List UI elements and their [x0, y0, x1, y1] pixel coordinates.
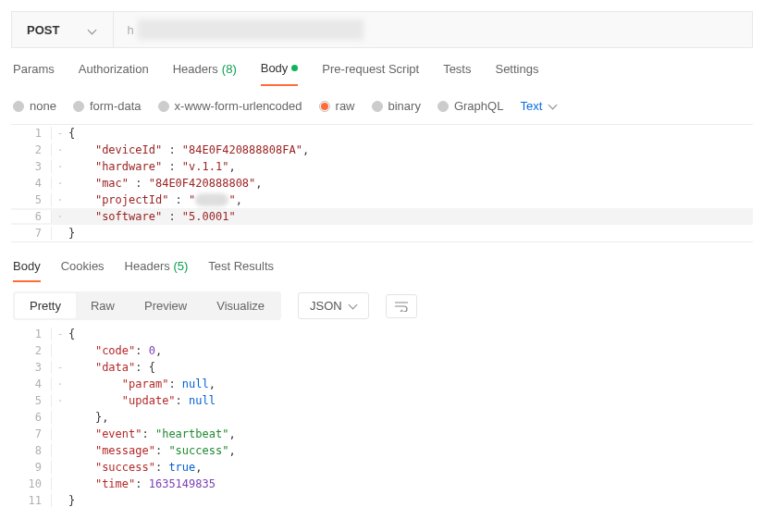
view-mode-group: Pretty Raw Preview Visualize — [13, 291, 281, 320]
code-text: } — [68, 227, 75, 240]
body-text-dropdown[interactable]: Text — [520, 99, 557, 113]
response-body-editor[interactable]: 1-{ 2 "code": 0, 3- "data": { 4· "param"… — [11, 326, 753, 509]
tab-prerequest[interactable]: Pre-request Script — [322, 61, 419, 86]
code-text: { — [68, 127, 75, 140]
response-tabs: Body Cookies Headers (5) Test Results — [0, 242, 764, 282]
fold-icon[interactable]: - — [52, 361, 68, 374]
code-text: " — [228, 193, 235, 206]
code-text: null — [182, 377, 209, 390]
url-text: h — [127, 23, 133, 37]
tab-headers-count: (8) — [222, 62, 237, 76]
code-text: "v.1.1" — [182, 160, 229, 173]
view-preview[interactable]: Preview — [129, 293, 202, 318]
radio-icon — [437, 101, 449, 112]
gutter: 6 — [11, 411, 52, 424]
radio-binary[interactable]: binary — [372, 99, 421, 113]
tab-body-label: Body — [261, 61, 289, 75]
gutter: 3 — [11, 361, 52, 374]
gutter: 6 — [11, 210, 52, 223]
gutter: 2 — [11, 143, 52, 156]
tab-headers-label: Headers — [173, 62, 218, 76]
fold-col: · — [52, 210, 68, 223]
fold-icon[interactable]: - — [52, 127, 68, 140]
radio-graphql-label: GraphQL — [454, 99, 503, 113]
radio-none[interactable]: none — [13, 99, 56, 113]
tab-body[interactable]: Body — [261, 61, 299, 86]
code-text: "success" — [95, 461, 155, 474]
view-visualize[interactable]: Visualize — [202, 293, 279, 318]
wrap-lines-button[interactable] — [386, 294, 417, 318]
fold-col: · — [52, 377, 68, 390]
gutter: 9 — [11, 461, 52, 474]
chevron-down-icon — [348, 300, 357, 309]
fold-icon[interactable]: - — [52, 328, 68, 340]
radio-none-label: none — [30, 99, 56, 113]
gutter: 11 — [11, 494, 52, 507]
code-text: "code" — [95, 344, 135, 357]
method-select[interactable]: POST — [12, 12, 114, 47]
code-text: "heartbeat" — [155, 427, 228, 440]
fold-col: · — [52, 193, 68, 206]
gutter: 4 — [11, 177, 52, 190]
response-tab-headers[interactable]: Headers (5) — [125, 259, 189, 282]
gutter: 4 — [11, 377, 52, 390]
code-text: "time" — [95, 477, 135, 490]
gutter: 1 — [11, 328, 52, 340]
radio-raw[interactable]: raw — [319, 99, 355, 113]
gutter: 3 — [11, 160, 52, 173]
response-toolbar: Pretty Raw Preview Visualize JSON — [0, 282, 764, 326]
radio-raw-label: raw — [336, 99, 355, 113]
response-tab-body[interactable]: Body — [13, 259, 41, 282]
radio-icon — [158, 101, 169, 112]
code-text: true — [168, 461, 195, 474]
chevron-down-icon — [87, 25, 96, 34]
body-type-row: none form-data x-www-form-urlencoded raw… — [0, 86, 764, 120]
code-text: null — [189, 394, 216, 407]
gutter: 5 — [11, 394, 52, 407]
code-text: "success" — [168, 444, 228, 457]
code-text: "deviceId" — [95, 143, 162, 156]
radio-icon — [372, 101, 383, 112]
tab-tests[interactable]: Tests — [443, 61, 471, 86]
radio-form-data[interactable]: form-data — [73, 99, 142, 113]
gutter: 8 — [11, 444, 52, 457]
gutter: 10 — [11, 477, 52, 490]
radio-icon-selected — [319, 101, 330, 112]
radio-form-data-label: form-data — [90, 99, 142, 113]
code-text: "84E0F420888808FA" — [182, 143, 302, 156]
tab-headers[interactable]: Headers (8) — [173, 61, 237, 86]
radio-graphql[interactable]: GraphQL — [437, 99, 503, 113]
code-text: "projectId" — [95, 193, 168, 206]
radio-icon — [73, 101, 84, 112]
view-raw[interactable]: Raw — [76, 293, 129, 318]
radio-xwww[interactable]: x-www-form-urlencoded — [158, 99, 302, 113]
gutter: 1 — [11, 127, 52, 140]
response-tab-headers-count: (5) — [173, 259, 188, 273]
gutter: 5 — [11, 193, 52, 206]
radio-xwww-label: x-www-form-urlencoded — [175, 99, 302, 113]
code-text: "update" — [122, 394, 176, 407]
format-select-label: JSON — [310, 299, 342, 313]
format-select[interactable]: JSON — [298, 292, 369, 319]
request-body-editor[interactable]: 1-{ 2· "deviceId" : "84E0F420888808FA", … — [11, 124, 753, 242]
code-text: "param" — [122, 377, 169, 390]
tab-params[interactable]: Params — [13, 61, 55, 86]
response-tab-cookies[interactable]: Cookies — [61, 259, 105, 282]
gutter: 7 — [11, 427, 52, 440]
radio-binary-label: binary — [388, 99, 421, 113]
tab-settings[interactable]: Settings — [495, 61, 538, 86]
request-tabs: Params Authorization Headers (8) Body Pr… — [0, 48, 764, 86]
url-input[interactable]: h — [114, 12, 752, 47]
code-text: "5.0001" — [182, 210, 236, 223]
response-tab-test-results[interactable]: Test Results — [208, 259, 274, 282]
fold-col: · — [52, 177, 68, 190]
view-pretty[interactable]: Pretty — [15, 293, 76, 318]
code-text: 1635149835 — [149, 477, 216, 490]
method-label: POST — [27, 23, 59, 37]
code-text: "message" — [95, 444, 155, 457]
tab-authorization[interactable]: Authorization — [79, 61, 149, 86]
code-text: "hardware" — [95, 160, 162, 173]
code-text: "84E0F420888808" — [149, 177, 256, 190]
code-text: } — [68, 494, 75, 507]
fold-col: · — [52, 143, 68, 156]
